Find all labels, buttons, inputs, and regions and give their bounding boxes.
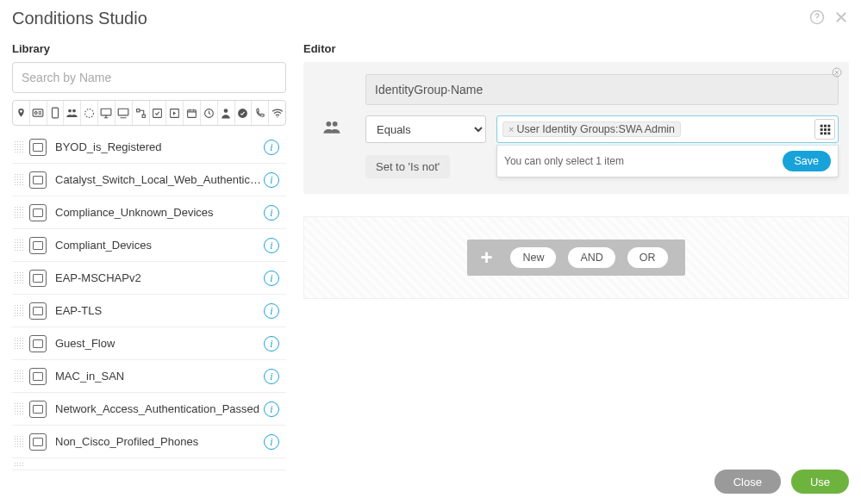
- clock-icon[interactable]: [201, 101, 218, 125]
- new-condition-button[interactable]: New: [510, 247, 556, 268]
- list-item[interactable]: BYOD_is_Registered i: [12, 131, 286, 164]
- library-title: Library: [12, 42, 286, 55]
- remove-condition-icon[interactable]: [832, 67, 842, 80]
- info-icon[interactable]: i: [264, 303, 279, 319]
- set-is-not-button[interactable]: Set to 'Is not': [365, 155, 450, 178]
- svg-rect-4: [53, 108, 59, 118]
- value-picker-button[interactable]: [814, 119, 835, 140]
- svg-rect-8: [102, 109, 112, 115]
- list-item[interactable]: EAP-MSCHAPv2 i: [12, 262, 286, 295]
- info-icon[interactable]: i: [264, 434, 279, 450]
- list-item[interactable]: Guest_Flow i: [12, 327, 286, 360]
- svg-rect-23: [824, 124, 827, 127]
- svg-rect-24: [827, 124, 830, 127]
- drag-handle-icon[interactable]: [14, 366, 24, 387]
- wifi-icon[interactable]: [269, 101, 285, 125]
- svg-rect-11: [142, 115, 145, 117]
- drag-handle-icon[interactable]: [14, 454, 24, 475]
- list-item[interactable]: Compliant_Devices i: [12, 229, 286, 262]
- info-icon[interactable]: i: [264, 271, 279, 286]
- list-item[interactable]: Network_Access_Authentication_Passed i: [12, 393, 286, 426]
- condition-editor: IdentityGroup·Name Equals × User Identit…: [303, 62, 849, 194]
- drag-handle-icon[interactable]: [14, 235, 24, 256]
- list-item[interactable]: Non_Cisco_Profiled_Phones i: [12, 426, 286, 458]
- desktop-icon[interactable]: [115, 101, 133, 125]
- drag-handle-icon[interactable]: [14, 333, 24, 354]
- svg-rect-29: [824, 132, 827, 134]
- condition-label: Compliant_Devices: [55, 239, 264, 252]
- help-icon[interactable]: [809, 9, 825, 28]
- window-arrow-icon[interactable]: [166, 101, 184, 125]
- info-icon[interactable]: i: [264, 369, 279, 384]
- monitor-icon[interactable]: [98, 101, 115, 125]
- svg-rect-30: [827, 132, 830, 134]
- identity-group-icon: [322, 119, 341, 137]
- check-circle-icon[interactable]: [235, 101, 253, 125]
- flow-icon[interactable]: [133, 101, 150, 125]
- save-button[interactable]: Save: [783, 151, 832, 171]
- drag-handle-icon[interactable]: [14, 301, 24, 321]
- svg-rect-22: [820, 124, 822, 127]
- dotted-circle-icon[interactable]: [81, 101, 98, 125]
- location-pin-icon[interactable]: [13, 101, 30, 125]
- condition-label: BYOD_is_Registered: [55, 140, 264, 153]
- group-icon[interactable]: [64, 101, 81, 125]
- svg-point-18: [277, 116, 278, 117]
- svg-rect-12: [153, 109, 162, 117]
- list-item[interactable]: Catalyst_Switch_Local_Web_Authentication…: [12, 164, 286, 196]
- info-icon[interactable]: i: [264, 401, 279, 417]
- plus-icon: +: [474, 246, 498, 270]
- list-item[interactable]: EAP-TLS i: [12, 295, 286, 327]
- condition-type-icon: [29, 139, 47, 156]
- info-icon[interactable]: i: [264, 140, 279, 155]
- library-panel: Library BYOD_is_Registered: [12, 34, 286, 470]
- svg-point-3: [34, 112, 37, 115]
- condition-list: BYOD_is_Registered i Catalyst_Switch_Loc…: [12, 131, 286, 470]
- svg-rect-10: [136, 109, 139, 111]
- drag-handle-icon[interactable]: [14, 137, 24, 158]
- or-button[interactable]: OR: [627, 247, 668, 268]
- editor-title: Editor: [303, 42, 849, 55]
- dialog-title: Conditions Studio: [12, 9, 147, 28]
- value-chip[interactable]: × User Identity Groups:SWA Admin: [502, 121, 681, 137]
- dialog-footer: Close Use: [714, 470, 849, 494]
- window-check-icon[interactable]: [150, 101, 167, 125]
- person-icon[interactable]: [218, 101, 235, 125]
- value-input[interactable]: × User Identity Groups:SWA Admin: [496, 115, 839, 143]
- info-icon[interactable]: i: [264, 336, 279, 352]
- add-condition-area: + New AND OR: [303, 216, 849, 299]
- svg-rect-25: [820, 128, 822, 131]
- chip-remove-icon[interactable]: ×: [508, 124, 514, 134]
- operator-select[interactable]: Equals: [365, 115, 486, 143]
- phone-icon[interactable]: [252, 101, 269, 125]
- condition-type-icon: [29, 401, 47, 418]
- drag-handle-icon[interactable]: [14, 202, 24, 223]
- condition-label: Catalyst_Switch_Local_Web_Authentication: [55, 173, 264, 186]
- condition-label: MAC_in_SAN: [55, 370, 264, 383]
- dialog-header: Conditions Studio: [0, 0, 861, 34]
- list-item[interactable]: [12, 458, 286, 470]
- list-item[interactable]: Compliance_Unknown_Devices i: [12, 196, 286, 229]
- info-icon[interactable]: i: [264, 205, 279, 221]
- attribute-field[interactable]: IdentityGroup·Name: [365, 74, 839, 105]
- and-button[interactable]: AND: [568, 247, 615, 268]
- condition-type-icon: [29, 171, 47, 189]
- add-condition-toolbar: + New AND OR: [467, 240, 684, 276]
- search-input[interactable]: [12, 62, 286, 93]
- info-icon[interactable]: i: [264, 172, 279, 188]
- drag-handle-icon[interactable]: [14, 399, 24, 420]
- condition-type-icon: [29, 368, 47, 385]
- condition-label: EAP-TLS: [55, 304, 264, 317]
- badge-icon[interactable]: [30, 101, 47, 125]
- calendar-icon[interactable]: [184, 101, 201, 125]
- device-icon[interactable]: [47, 101, 65, 125]
- close-button[interactable]: Close: [714, 470, 781, 494]
- drag-handle-icon[interactable]: [14, 268, 24, 289]
- drag-handle-icon[interactable]: [14, 432, 24, 452]
- close-icon[interactable]: [833, 9, 849, 28]
- list-item[interactable]: MAC_in_SAN i: [12, 360, 286, 393]
- svg-rect-9: [118, 109, 128, 115]
- drag-handle-icon[interactable]: [14, 170, 24, 190]
- use-button[interactable]: Use: [791, 470, 849, 494]
- info-icon[interactable]: i: [264, 238, 279, 253]
